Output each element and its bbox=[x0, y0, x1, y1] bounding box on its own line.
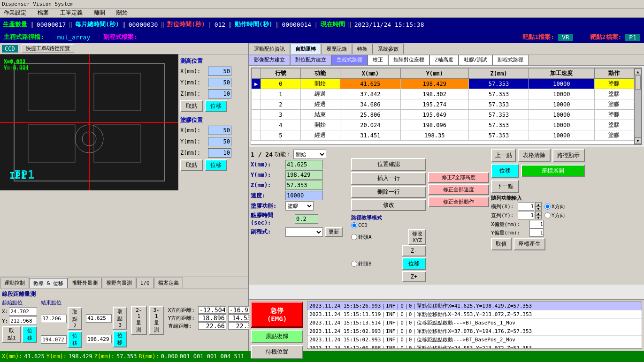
menu-exit[interactable]: 離開 bbox=[92, 8, 107, 17]
needle-a-radio[interactable] bbox=[351, 234, 357, 240]
func-select[interactable]: 開始 經過 結束 bbox=[293, 150, 326, 159]
y-dir-radio[interactable] bbox=[544, 212, 551, 219]
line-dist-21[interactable] bbox=[198, 322, 226, 330]
z-plus-btn[interactable]: Z+ bbox=[402, 271, 426, 282]
stab-dispense-test[interactable]: 吐膠/測試 bbox=[459, 55, 493, 65]
stab-matrix-coord[interactable]: 矩陣對位座標 bbox=[388, 55, 429, 65]
delete-row-btn[interactable]: 刪除一行 bbox=[351, 186, 426, 198]
tab-teach-move[interactable]: 教導 & 位移 bbox=[29, 278, 68, 288]
move-3-btn[interactable]: 位移 bbox=[113, 331, 127, 347]
log-item[interactable]: 2023.11.24 15:12:06.898｜INF｜0｜0｜單點位移動作X=… bbox=[307, 344, 642, 349]
move-action-btn[interactable]: 位移 bbox=[402, 257, 426, 270]
take-point-1-btn[interactable]: 取點1 bbox=[2, 326, 21, 343]
scroll-thumb[interactable] bbox=[635, 75, 641, 90]
glue-func-select[interactable]: 塗膠 bbox=[285, 201, 314, 211]
log-item[interactable]: 2023.11.24 15:15:02.993｜INF｜0｜0｜單點位移動作X=… bbox=[307, 327, 642, 336]
menu-files[interactable]: 檔案 bbox=[36, 8, 51, 17]
row-spin-up[interactable]: ▲ bbox=[535, 202, 542, 206]
rtab-history[interactable]: 履歷記錄 bbox=[321, 44, 352, 54]
menu-work-order[interactable]: 工單定義 bbox=[58, 8, 84, 17]
table-row[interactable]: 4開始20.024198.09657.35310000塗膠 bbox=[252, 120, 634, 130]
modify-xyz-btn[interactable]: 修改XYZ bbox=[408, 229, 426, 245]
tab-file-def[interactable]: 檔案定義 bbox=[154, 278, 183, 288]
update-btn[interactable]: 更新 bbox=[325, 227, 343, 237]
stab-sub-path[interactable]: 副程式路徑 bbox=[492, 55, 529, 65]
measure-31-btn[interactable]: 3-1量測 bbox=[149, 306, 164, 335]
measure-21-btn[interactable]: 2-1量測 bbox=[131, 306, 146, 335]
rtab-sys-params[interactable]: 系統參數 bbox=[373, 44, 404, 54]
take-point-3-btn[interactable]: 取點3 bbox=[113, 307, 127, 330]
x-offset-input[interactable] bbox=[529, 220, 544, 228]
menu-work-settings[interactable]: 作業設定 bbox=[2, 8, 28, 17]
tab-io[interactable]: I/O bbox=[136, 278, 154, 288]
col-spin-up[interactable]: ▲ bbox=[535, 211, 542, 215]
y-ctrl-input[interactable] bbox=[285, 170, 323, 180]
table-scrollbar[interactable]: ▲ ▼ bbox=[634, 68, 642, 144]
table-scroll-area[interactable]: 行號 功能 X(mm) Y(mm) Z(mm) 加工速度 動作 ▶0開始41.6… bbox=[251, 68, 634, 144]
scroll-down-btn[interactable]: ▼ bbox=[635, 137, 641, 144]
move-btn-2[interactable]: 位移 bbox=[205, 159, 227, 171]
rtab-auto-run[interactable]: 自動運轉 bbox=[290, 44, 321, 54]
table-row[interactable]: 2經過34.686195.27457.35310000塗膠 bbox=[252, 99, 634, 110]
end-val4-input[interactable] bbox=[86, 335, 112, 343]
log-item[interactable]: 2023.11.24 15:15:02.993｜INF｜0｜0｜位移距點點啟動-… bbox=[307, 336, 642, 344]
needle-b-radio[interactable] bbox=[351, 261, 357, 267]
end-val3-input[interactable] bbox=[86, 314, 112, 323]
menu-about[interactable]: 關於 bbox=[115, 8, 130, 17]
stab-main-path[interactable]: 主程式路徑 bbox=[331, 55, 368, 65]
table-clear-btn[interactable]: 表格清除 bbox=[518, 149, 550, 162]
take-point-btn-1[interactable]: 取點 bbox=[180, 100, 203, 112]
z-ctrl-input[interactable] bbox=[285, 181, 323, 190]
end-val2-input[interactable] bbox=[41, 335, 67, 344]
sub-prog-select[interactable] bbox=[285, 227, 323, 237]
stab-align-config[interactable]: 對位配方建立 bbox=[290, 55, 331, 65]
row-input[interactable] bbox=[518, 202, 534, 211]
move-1-btn[interactable]: 位移 bbox=[22, 326, 37, 343]
table-row[interactable]: 3結束25.806195.04957.35310000塗膠 bbox=[252, 110, 634, 120]
move-btn-1[interactable]: 位移 bbox=[205, 100, 227, 112]
table-row[interactable]: ▶0開始41.625198.42957.35310000塗膠 bbox=[252, 79, 634, 89]
table-row[interactable]: 5經過31.451198.3557.35310000塗膠 bbox=[252, 130, 634, 141]
prev-point-btn[interactable]: 上一點 bbox=[491, 149, 516, 162]
standby-btn[interactable]: 待機位置 bbox=[251, 345, 303, 359]
y-glue-input[interactable] bbox=[208, 137, 231, 146]
x-dist-21[interactable] bbox=[198, 306, 226, 314]
z-minus-btn[interactable]: Z- bbox=[402, 245, 426, 256]
confirm-pos-btn[interactable]: 位置確認 bbox=[351, 158, 426, 171]
take-point-2-btn[interactable]: 取點2 bbox=[68, 307, 82, 330]
y-start-input[interactable] bbox=[9, 317, 37, 325]
fetch-val-btn[interactable]: 取值 bbox=[491, 238, 512, 250]
col-spin-down[interactable]: ▼ bbox=[535, 215, 542, 219]
log-item[interactable]: 2023.11.24 15:15:13.519｜INF｜0｜0｜單點位移動作X=… bbox=[307, 310, 642, 319]
z-high-input[interactable] bbox=[208, 89, 231, 98]
dot-time-input[interactable] bbox=[295, 214, 318, 224]
modify-z-all-btn[interactable]: 修正Z全部高度 bbox=[428, 172, 489, 183]
rtab-convert[interactable]: 轉換 bbox=[352, 44, 373, 54]
restore-btn[interactable]: 原點復歸 bbox=[251, 330, 303, 343]
tab-outer-measure[interactable]: 視野外量測 bbox=[68, 278, 102, 288]
emergency-stop-btn[interactable]: 急停 (EMG) bbox=[251, 302, 303, 328]
move-2-btn[interactable]: 位移 bbox=[68, 331, 82, 348]
stab-z-height[interactable]: Z軸高度 bbox=[429, 55, 459, 65]
modify-action-all-btn[interactable]: 修正全部動作 bbox=[428, 196, 489, 207]
rtab-motion-info[interactable]: 運動配位資訊 bbox=[249, 44, 290, 54]
modify-btn[interactable]: 修改 bbox=[351, 199, 426, 211]
x-ctrl-input[interactable] bbox=[285, 160, 323, 169]
coord-expand-btn[interactable]: 座標展開 bbox=[521, 165, 585, 177]
tab-motion-control[interactable]: 運動控制 bbox=[0, 278, 29, 288]
insert-row-btn[interactable]: 插入一行 bbox=[351, 172, 426, 185]
modify-speed-all-btn[interactable]: 修正全部速度 bbox=[428, 184, 489, 195]
stab-calibrate[interactable]: 校正 bbox=[368, 55, 388, 65]
x-start-input[interactable] bbox=[9, 307, 37, 316]
take-point-btn-2[interactable]: 取點 bbox=[180, 159, 203, 171]
y-high-input[interactable] bbox=[208, 78, 231, 87]
path-show-btn[interactable]: 路徑顯示 bbox=[552, 149, 585, 162]
x-glue-input[interactable] bbox=[208, 126, 231, 135]
end-val1-input[interactable] bbox=[41, 315, 67, 323]
table-row[interactable]: 1經過37.842198.30257.35310000塗膠 bbox=[252, 89, 634, 99]
log-list[interactable]: 2023.11.24 15:15:26.993｜INF｜0｜0｜單點位移動作X=… bbox=[307, 302, 642, 349]
row-spin-down[interactable]: ▼ bbox=[535, 206, 542, 211]
log-item[interactable]: 2023.11.24 15:15:13.514｜INF｜0｜0｜位移距點點啟動-… bbox=[307, 319, 642, 327]
move-nav-btn[interactable]: 位移 bbox=[491, 164, 519, 178]
gen-coord-btn[interactable]: 座標產生 bbox=[514, 238, 545, 250]
